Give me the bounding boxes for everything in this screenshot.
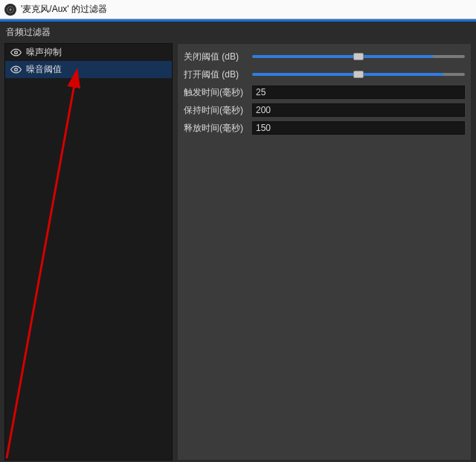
filters-list: 噪声抑制 噪音阈值 (4, 43, 173, 461)
label-release-time: 释放时间(毫秒) (184, 122, 248, 135)
eye-icon[interactable] (10, 64, 22, 76)
filter-properties: 关闭阈值 (dB) 打开阈值 (dB) 触发时间(毫秒) 保持时间(毫秒) 释放… (177, 43, 472, 461)
window-title: '麦克风/Aux' 的过滤器 (21, 3, 107, 16)
filter-item-noise-suppression[interactable]: 噪声抑制 (5, 44, 172, 61)
prop-close-threshold: 关闭阈值 (dB) (184, 48, 465, 65)
input-release-time[interactable] (252, 121, 465, 135)
label-hold-time: 保持时间(毫秒) (184, 104, 248, 117)
svg-point-1 (9, 8, 11, 10)
filter-item-noise-gate[interactable]: 噪音阈值 (5, 61, 172, 78)
prop-attack-time: 触发时间(毫秒) (184, 84, 465, 100)
slider-close-threshold[interactable] (252, 55, 465, 58)
slider-open-threshold[interactable] (252, 73, 465, 76)
label-close-threshold: 关闭阈值 (dB) (184, 51, 248, 63)
slider-open-threshold-wrap (252, 73, 465, 76)
prop-open-threshold: 打开阈值 (dB) (184, 66, 465, 83)
annotation-arrow (5, 44, 173, 460)
prop-hold-time: 保持时间(毫秒) (184, 102, 465, 118)
eye-icon[interactable] (10, 47, 22, 59)
label-attack-time: 触发时间(毫秒) (184, 86, 248, 99)
audio-filters-header: 音频过滤器 (0, 22, 476, 43)
svg-point-3 (14, 68, 17, 71)
workspace: 噪声抑制 噪音阈值 关闭阈值 (dB) 打 (0, 43, 476, 462)
filter-label: 噪音阈值 (26, 63, 62, 76)
svg-point-2 (14, 51, 17, 54)
window-titlebar: '麦克风/Aux' 的过滤器 (0, 0, 476, 19)
input-attack-time[interactable] (252, 86, 465, 99)
svg-line-4 (7, 72, 77, 458)
prop-release-time: 释放时间(毫秒) (184, 120, 465, 136)
filter-label: 噪声抑制 (26, 46, 62, 59)
slider-close-threshold-wrap (252, 55, 465, 58)
obs-app-icon (4, 4, 16, 16)
input-hold-time[interactable] (252, 103, 465, 117)
label-open-threshold: 打开阈值 (dB) (184, 68, 248, 81)
